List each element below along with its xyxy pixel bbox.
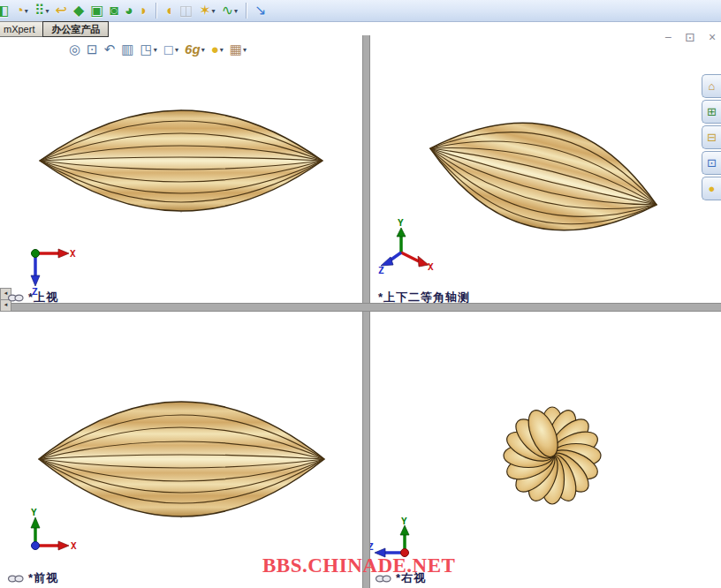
triad-dimetric-view: Y X Z bbox=[378, 219, 436, 275]
reference-geometry-icon: ✶ bbox=[199, 2, 210, 19]
link-views-icon[interactable] bbox=[7, 293, 25, 303]
x-axis-label: X bbox=[428, 261, 434, 273]
dropdown-arrow-icon[interactable]: ▾ bbox=[175, 46, 178, 54]
x-axis-label: X bbox=[70, 248, 76, 260]
z-axis-arrow-icon bbox=[31, 275, 40, 286]
viewport-label-front: *前视 bbox=[7, 570, 58, 586]
previous-view-button[interactable]: ↶ bbox=[102, 41, 118, 58]
x-axis-label: X bbox=[71, 540, 77, 552]
extruded-cut-icon: ▣ bbox=[90, 2, 103, 19]
revolved-cut-icon: ◙ bbox=[110, 2, 118, 19]
edit-appearance-icon: ● bbox=[211, 41, 219, 57]
dropdown-arrow-icon[interactable]: ▾ bbox=[154, 46, 157, 54]
section-view-icon: ▥ bbox=[121, 41, 133, 57]
task-pane-tabs: ⌂⊞⊟⊡● bbox=[702, 74, 721, 202]
display-style-icon: ◻ bbox=[163, 41, 174, 57]
y-axis-dot-icon bbox=[32, 250, 40, 258]
triad-front-view: Y X bbox=[19, 507, 78, 558]
document-window-controls: − ⊡ × bbox=[661, 30, 719, 44]
close-icon[interactable]: × bbox=[705, 30, 719, 44]
reference-geometry-button[interactable]: ✶▾ bbox=[197, 1, 216, 20]
linear-pattern-button[interactable]: ⠿▾ bbox=[33, 1, 51, 20]
solidworks-resources-tab[interactable]: ⌂ bbox=[702, 74, 721, 98]
view-orientation-icon: ◳ bbox=[140, 41, 152, 57]
dropdown-arrow-icon[interactable]: ▾ bbox=[243, 46, 247, 54]
apply-scene-button[interactable]: ▦▾ bbox=[228, 41, 248, 58]
hide-show-items-button[interactable]: 6g▾ bbox=[183, 41, 207, 58]
y-axis-label: Y bbox=[401, 517, 407, 527]
watermark: BBS.CHINADE.NET bbox=[262, 554, 455, 577]
extruded-cut-button[interactable]: ▣ bbox=[88, 1, 105, 20]
dropdown-arrow-icon[interactable]: ▾ bbox=[220, 46, 224, 54]
vertical-splitter[interactable] bbox=[362, 35, 370, 588]
model-fluted-ellipsoid-dimetric-view[interactable] bbox=[420, 113, 676, 241]
dropdown-arrow-icon[interactable]: ▾ bbox=[46, 7, 49, 15]
dome-button[interactable]: ◕ bbox=[123, 1, 135, 20]
lofted-boss-icon: ◆ bbox=[73, 2, 84, 19]
viewport-label-top: *上视 bbox=[7, 290, 58, 305]
draft-button[interactable]: ◫ bbox=[178, 1, 194, 20]
x-axis-arrow-icon bbox=[58, 249, 69, 258]
horizontal-splitter[interactable] bbox=[0, 303, 721, 312]
fillet-icon: ◖ bbox=[164, 2, 173, 19]
view-orientation-button[interactable]: ◳▾ bbox=[138, 41, 158, 58]
view-palette-icon: ⊡ bbox=[707, 156, 717, 170]
edit-appearance-button[interactable]: ●▾ bbox=[209, 41, 225, 58]
shell-icon: ◗ bbox=[140, 2, 148, 19]
z-axis-label: Z bbox=[378, 265, 384, 275]
file-explorer-tab[interactable]: ⊟ bbox=[702, 125, 721, 149]
apply-scene-icon: ▦ bbox=[230, 41, 242, 57]
display-style-button[interactable]: ◻▾ bbox=[162, 41, 180, 58]
x-axis-arrow-icon bbox=[58, 541, 69, 550]
feature-toolbar: ◧◔▾⠿▾↩◆▣◙◕◗◖◫✶▾∿▾↘ bbox=[0, 0, 721, 22]
curves-button[interactable]: ∿▾ bbox=[220, 1, 239, 20]
swept-boss-button[interactable]: ↩ bbox=[54, 1, 69, 20]
features-partial-button[interactable]: ◧ bbox=[0, 1, 11, 20]
lofted-boss-button[interactable]: ◆ bbox=[72, 1, 86, 20]
linear-pattern-icon: ⠿ bbox=[34, 2, 45, 19]
dropdown-arrow-icon[interactable]: ▾ bbox=[234, 7, 238, 15]
dropdown-arrow-icon[interactable]: ▾ bbox=[201, 46, 205, 54]
dropdown-arrow-icon[interactable]: ▾ bbox=[25, 7, 28, 15]
design-library-tab[interactable]: ⊞ bbox=[702, 100, 721, 124]
appearances-tab[interactable]: ● bbox=[702, 177, 721, 200]
revolved-boss-button[interactable]: ◔▾ bbox=[13, 1, 30, 20]
y-axis-arrow-icon bbox=[397, 228, 406, 237]
model-fluted-ellipsoid-right-view[interactable] bbox=[493, 399, 612, 518]
command-tab-office-products[interactable]: 办公室产品 bbox=[42, 21, 109, 37]
dropdown-arrow-icon[interactable]: ▾ bbox=[212, 7, 216, 15]
triad-top-view: X Z bbox=[19, 242, 78, 297]
previous-view-icon: ↶ bbox=[104, 41, 116, 57]
minimize-icon[interactable]: − bbox=[661, 30, 675, 44]
fillet-button[interactable]: ◖ bbox=[163, 1, 175, 20]
zoom-to-area-icon: ⊡ bbox=[87, 41, 98, 57]
model-fluted-ellipsoid-front-view[interactable] bbox=[34, 399, 330, 527]
curves-icon: ∿ bbox=[222, 2, 233, 19]
zoom-to-area-button[interactable]: ⊡ bbox=[85, 41, 100, 58]
y-axis-label: Y bbox=[398, 219, 404, 229]
command-tab-mxpert[interactable]: mXpert bbox=[0, 21, 43, 37]
zoom-to-fit-icon: ◎ bbox=[69, 41, 80, 57]
link-views-icon[interactable] bbox=[7, 574, 25, 584]
view-palette-tab[interactable]: ⊡ bbox=[702, 151, 721, 175]
z-axis-dot-icon bbox=[32, 542, 40, 550]
viewport-label-dimetric: *上下二等角轴测 bbox=[378, 290, 470, 305]
restore-icon[interactable]: ⊡ bbox=[683, 30, 697, 44]
view-toolbar: ◎⊡↶▥◳▾◻▾6g▾●▾▦▾ bbox=[67, 41, 248, 58]
shell-button[interactable]: ◗ bbox=[138, 1, 150, 20]
draft-icon: ◫ bbox=[179, 2, 193, 19]
dome-icon: ◕ bbox=[125, 2, 133, 19]
appearances-icon: ● bbox=[709, 182, 716, 195]
y-axis-label: Y bbox=[31, 507, 37, 518]
revolved-boss-icon: ◔ bbox=[15, 2, 24, 19]
section-view-button[interactable]: ▥ bbox=[119, 41, 135, 58]
zoom-to-fit-button[interactable]: ◎ bbox=[67, 41, 82, 58]
swept-boss-icon: ↩ bbox=[56, 2, 67, 19]
application-window: ◧◔▾⠿▾↩◆▣◙◕◗◖◫✶▾∿▾↘ mXpert 办公室产品 − ⊡ × ◎⊡… bbox=[0, 0, 721, 588]
revolved-cut-button[interactable]: ◙ bbox=[108, 1, 120, 20]
model-fluted-ellipsoid-top-view[interactable] bbox=[35, 106, 327, 221]
features-partial-icon: ◧ bbox=[0, 2, 9, 19]
toolbar-separator bbox=[246, 3, 247, 19]
file-explorer-icon: ⊟ bbox=[707, 131, 717, 144]
instant3d-button[interactable]: ↘ bbox=[253, 1, 268, 20]
